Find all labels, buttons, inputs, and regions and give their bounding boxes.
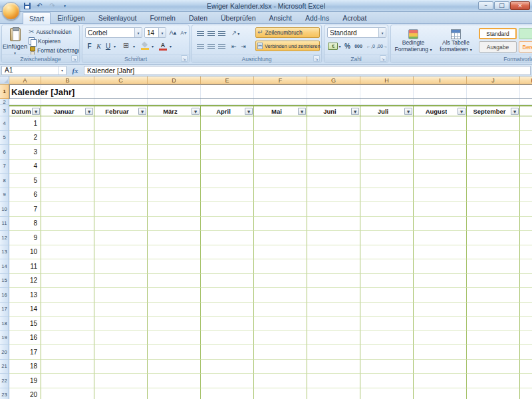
increase-indent-button[interactable]: ⇥ <box>239 41 248 52</box>
wrap-text-button[interactable]: ↵ Zeilenumbruch <box>255 27 320 38</box>
cell-H15[interactable] <box>360 274 414 289</box>
conditional-formatting-button[interactable]: Bedingte Formatierung ▾ <box>393 27 434 55</box>
cell-A23[interactable]: 20 <box>9 388 41 399</box>
cell-I5[interactable] <box>414 131 467 146</box>
column-header-H[interactable]: H <box>360 76 414 84</box>
cell-F16[interactable] <box>254 288 307 303</box>
cell-G23[interactable] <box>307 388 360 399</box>
fill-color-dropdown-icon[interactable]: ▾ <box>150 41 156 51</box>
row-header-23[interactable]: 23 <box>0 388 9 399</box>
cell-J16[interactable] <box>467 288 520 303</box>
cell-G4[interactable] <box>307 116 360 131</box>
cell-I20[interactable] <box>414 345 467 360</box>
cell-G22[interactable] <box>307 374 360 388</box>
cell-K8[interactable] <box>520 174 532 188</box>
cell-A13[interactable]: 10 <box>9 245 41 260</box>
cell-F2[interactable] <box>254 99 307 105</box>
cell-A15[interactable]: 12 <box>9 274 41 289</box>
cell-K10[interactable] <box>520 202 532 217</box>
cell-style-berechnung[interactable]: Berechnung <box>519 41 532 53</box>
cell-A6[interactable]: 3 <box>9 145 41 160</box>
fill-color-button[interactable] <box>140 41 150 51</box>
cut-button[interactable]: ✂ Ausschneiden <box>27 27 73 37</box>
column-header-E[interactable]: E <box>201 76 254 84</box>
shrink-font-button[interactable]: A▾ <box>178 27 189 38</box>
cell-C14[interactable] <box>94 259 148 274</box>
cell-I2[interactable] <box>414 99 467 105</box>
row-header-9[interactable]: 9 <box>0 188 9 203</box>
cell-H1[interactable] <box>360 84 414 99</box>
cell-J6[interactable] <box>467 145 520 160</box>
tab-ansicht[interactable]: Ansicht <box>263 12 299 23</box>
cell-K23[interactable] <box>520 388 532 399</box>
cell-F14[interactable] <box>254 259 307 274</box>
cell-F20[interactable] <box>254 345 307 360</box>
column-header-F[interactable]: F <box>254 76 307 84</box>
cell-A11[interactable]: 8 <box>9 217 41 231</box>
column-header-J[interactable]: J <box>467 76 520 84</box>
cell-I22[interactable] <box>414 374 467 388</box>
cell-F7[interactable] <box>254 160 307 174</box>
cell-G13[interactable] <box>307 245 360 260</box>
row-header-1[interactable]: 1 <box>0 84 9 99</box>
cell-C7[interactable] <box>94 160 148 174</box>
column-header-D[interactable]: D <box>148 76 201 84</box>
tab-add-ins[interactable]: Add-Ins <box>299 12 336 23</box>
copy-button[interactable]: Kopieren <box>27 37 62 46</box>
cell-H11[interactable] <box>360 217 414 231</box>
cell-D14[interactable] <box>148 259 201 274</box>
cell-F23[interactable] <box>254 388 307 399</box>
font-size-select[interactable]: 14 ▾ <box>144 27 166 38</box>
cell-C13[interactable] <box>94 245 148 260</box>
cell-G14[interactable] <box>307 259 360 274</box>
cell-B15[interactable] <box>41 274 94 289</box>
cell-H2[interactable] <box>360 99 414 105</box>
cell-B14[interactable] <box>41 259 94 274</box>
cell-H20[interactable] <box>360 345 414 360</box>
tab-überprüfen[interactable]: Überprüfen <box>214 12 263 23</box>
clipboard-dialog-launcher[interactable]: ↘ <box>71 55 78 62</box>
percent-style-button[interactable]: % <box>343 41 352 51</box>
cell-H19[interactable] <box>360 331 414 346</box>
cell-H22[interactable] <box>360 374 414 388</box>
cell-C20[interactable] <box>94 345 148 360</box>
row-header-12[interactable]: 12 <box>0 231 9 245</box>
row-header-7[interactable]: 7 <box>0 160 9 174</box>
cell-J5[interactable] <box>467 131 520 146</box>
cell-F17[interactable] <box>254 303 307 317</box>
cell-F5[interactable] <box>254 131 307 146</box>
cell-E5[interactable] <box>201 131 254 146</box>
cell-E18[interactable] <box>201 317 254 331</box>
cell-D2[interactable] <box>148 99 201 105</box>
cell-E17[interactable] <box>201 303 254 317</box>
cell-D22[interactable] <box>148 374 201 388</box>
underline-dropdown-icon[interactable]: ▾ <box>112 41 118 51</box>
borders-button[interactable]: ⊞ <box>121 41 131 51</box>
cell-I21[interactable] <box>414 360 467 374</box>
column-header-I[interactable]: I <box>414 76 467 84</box>
row-header-18[interactable]: 18 <box>0 317 9 331</box>
cell-I7[interactable] <box>414 160 467 174</box>
cell-I15[interactable] <box>414 274 467 289</box>
cell-C11[interactable] <box>94 217 148 231</box>
cell-B23[interactable] <box>41 388 94 399</box>
cell-G11[interactable] <box>307 217 360 231</box>
save-button[interactable] <box>22 1 32 10</box>
cell-E21[interactable] <box>201 360 254 374</box>
cell-G20[interactable] <box>307 345 360 360</box>
cell-H9[interactable] <box>360 188 414 203</box>
orientation-dropdown-icon[interactable]: ▾ <box>237 31 239 36</box>
row-header-4[interactable]: 4 <box>0 116 9 131</box>
cell-I8[interactable] <box>414 174 467 188</box>
cell-A21[interactable]: 18 <box>9 360 41 374</box>
alignment-dialog-launcher[interactable]: ↘ <box>313 55 320 62</box>
conditional-formatting-dropdown-icon[interactable]: ▾ <box>430 47 432 52</box>
cell-B19[interactable] <box>41 331 94 346</box>
align-bottom-button[interactable] <box>217 28 227 39</box>
cell-B20[interactable] <box>41 345 94 360</box>
cell-E9[interactable] <box>201 188 254 203</box>
maximize-button[interactable]: □ <box>494 1 509 10</box>
cell-D5[interactable] <box>148 131 201 146</box>
borders-dropdown-icon[interactable]: ▾ <box>131 41 137 51</box>
cell-G2[interactable] <box>307 99 360 105</box>
